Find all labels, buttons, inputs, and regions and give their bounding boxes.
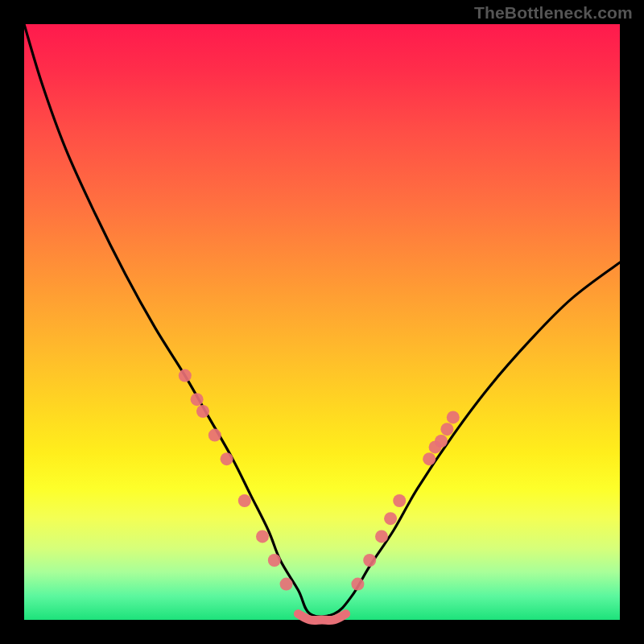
markers-left bbox=[179, 369, 293, 591]
plot-svg bbox=[24, 24, 620, 620]
data-marker bbox=[191, 393, 204, 406]
bottom-flat-path bbox=[298, 614, 345, 621]
data-marker bbox=[256, 530, 269, 543]
data-marker bbox=[196, 405, 209, 418]
data-marker bbox=[179, 369, 192, 382]
data-marker bbox=[208, 429, 221, 442]
data-marker bbox=[393, 494, 406, 507]
attribution-label: TheBottleneck.com bbox=[474, 3, 633, 23]
bottom-flat-line bbox=[298, 614, 345, 621]
data-marker bbox=[363, 554, 376, 567]
data-marker bbox=[268, 554, 281, 567]
data-marker bbox=[375, 530, 388, 543]
data-marker bbox=[435, 435, 448, 448]
data-marker bbox=[280, 578, 293, 591]
markers-right bbox=[351, 411, 459, 590]
curve-path bbox=[24, 24, 620, 617]
data-marker bbox=[351, 578, 364, 591]
data-marker bbox=[221, 452, 233, 465]
data-marker bbox=[423, 452, 436, 465]
data-marker bbox=[440, 423, 453, 436]
plot-area bbox=[24, 24, 620, 620]
figure-canvas: TheBottleneck.com bbox=[0, 0, 644, 644]
curve-line bbox=[24, 24, 620, 617]
data-marker bbox=[384, 512, 397, 525]
data-marker bbox=[238, 494, 251, 507]
data-marker bbox=[447, 411, 460, 423]
